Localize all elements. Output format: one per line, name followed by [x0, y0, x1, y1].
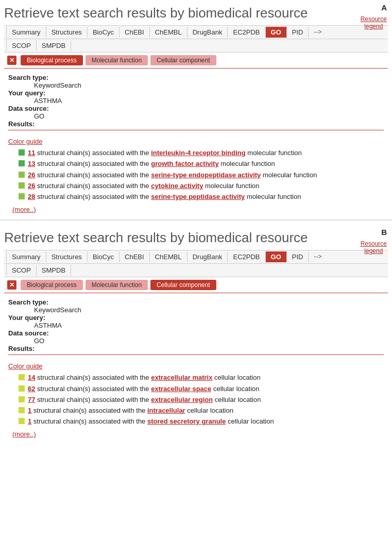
term-link-a-1[interactable]: growth factor activity [151, 160, 218, 167]
color-guide-title-b[interactable]: Color guide [8, 362, 384, 370]
divider-b [8, 355, 384, 355]
datasource-value-a: GO [8, 112, 384, 120]
color-box-a-4 [19, 193, 25, 199]
text-before-b-2: structural chain(s) associated with the [37, 396, 151, 403]
text-before-b-3: structural chain(s) associated with the [33, 407, 147, 414]
term-link-b-1[interactable]: extracellular space [151, 385, 211, 393]
sub-tab-cell-comp-b[interactable]: Cellular component [150, 280, 216, 290]
guide-text-a-1: 13 structural chain(s) associated with t… [28, 159, 384, 168]
count-link-a-0[interactable]: 11 [28, 149, 35, 157]
tab-summary-a[interactable]: Summary [6, 27, 46, 38]
tab-summary-b[interactable]: Summary [6, 251, 46, 262]
tab-biocyc-b[interactable]: BioCyc [88, 251, 120, 262]
tab-go-a[interactable]: GO [266, 27, 287, 38]
term-link-a-0[interactable]: interleukin-4 receptor binding [151, 149, 245, 157]
tab-chebi-b[interactable]: ChEBI [120, 251, 150, 262]
guide-item-a-3: 26 structural chain(s) associated with t… [8, 181, 384, 191]
sub-tab-mol-func-a[interactable]: Molecular function [86, 55, 148, 65]
guide-text-b-2: 77 structural chain(s) associated with t… [28, 395, 384, 404]
tab-pid-a[interactable]: PID [287, 27, 309, 38]
more-link-b[interactable]: (more..) [8, 430, 384, 438]
tab-biocyc-a[interactable]: BioCyc [88, 27, 120, 38]
search-type-label-a: Search type: [8, 74, 48, 81]
tab-smpdb-b[interactable]: SMPDB [37, 265, 71, 276]
close-btn-b[interactable]: ✕ [7, 280, 16, 290]
tab-drugbank-b[interactable]: DrugBank [188, 251, 228, 262]
guide-item-b-0: 14 structural chain(s) associated with t… [8, 373, 384, 382]
count-link-b-4[interactable]: 1 [28, 417, 31, 425]
search-info-b: Search type: KeywordSearch Your query: A… [4, 293, 388, 359]
guide-item-a-1: 13 structural chain(s) associated with t… [8, 159, 384, 168]
tab-scop-b[interactable]: SCOP [6, 265, 37, 276]
text-before-b-0: structural chain(s) associated with the [37, 374, 151, 381]
tab-drugbank-a[interactable]: DrugBank [188, 27, 228, 38]
sub-tab-row-a: ✕ Biological process Molecular function … [4, 53, 388, 69]
text-after-a-2: molecular function [263, 171, 317, 179]
tab-chebi-a[interactable]: ChEBI [120, 27, 150, 38]
query-value-a: ASTHMA [8, 97, 384, 105]
term-link-a-2[interactable]: serine-type endopeptidase activity [151, 171, 261, 179]
count-link-b-3[interactable]: 1 [28, 407, 31, 414]
sub-tab-bio-process-a[interactable]: Biological process [21, 55, 83, 65]
term-link-b-0[interactable]: extracellular matrix [151, 374, 212, 381]
sub-tab-bio-process-b[interactable]: Biological process [21, 280, 83, 290]
tab-smpdb-a[interactable]: SMPDB [37, 40, 71, 51]
tab-pid-b[interactable]: PID [287, 251, 309, 262]
tab-ec2pdb-a[interactable]: EC2PDB [228, 27, 265, 38]
term-link-b-4[interactable]: stored secretory granule [147, 417, 226, 425]
search-info-a: Search type: KeywordSearch Your query: A… [4, 69, 388, 134]
tab-go-b[interactable]: GO [266, 251, 287, 262]
text-before-a-4: structural chain(s) associated with the [37, 193, 151, 200]
tab-scop-a[interactable]: SCOP [6, 40, 37, 51]
sub-tab-mol-func-b[interactable]: Molecular function [86, 280, 148, 290]
tab-structures-a[interactable]: Structures [46, 27, 88, 38]
tab-bar-a-row1: Summary Structures BioCyc ChEBI ChEMBL D… [4, 25, 388, 39]
color-box-a-3 [19, 182, 25, 189]
count-link-a-2[interactable]: 26 [28, 171, 35, 179]
count-link-a-1[interactable]: 13 [28, 160, 35, 167]
count-link-a-3[interactable]: 26 [28, 182, 35, 190]
color-guide-b: Color guide 14 structural chain(s) assoc… [4, 359, 388, 440]
tab-chembl-a[interactable]: ChEMBL [150, 27, 188, 38]
guide-item-a-2: 26 structural chain(s) associated with t… [8, 171, 384, 180]
tab-chembl-b[interactable]: ChEMBL [150, 251, 188, 262]
color-guide-title-a[interactable]: Color guide [8, 138, 384, 145]
text-before-a-3: structural chain(s) associated with the [37, 182, 151, 190]
guide-item-a-4: 28 structural chain(s) associated with t… [8, 192, 384, 201]
term-link-a-4[interactable]: serine-type peptidase activity [151, 193, 245, 200]
guide-text-a-2: 26 structural chain(s) associated with t… [28, 171, 384, 180]
query-label-a: Your query: [8, 89, 45, 97]
query-value-b: ASTHMA [8, 322, 384, 329]
term-link-b-3[interactable]: intracellular [147, 407, 185, 414]
text-before-a-2: structural chain(s) associated with the [37, 171, 151, 179]
tab-ec2pdb-b[interactable]: EC2PDB [228, 251, 265, 262]
text-after-b-4: cellular location [228, 417, 274, 425]
guide-text-a-3: 26 structural chain(s) associated with t… [28, 181, 384, 191]
tab-arrow-a[interactable]: --> [309, 27, 327, 38]
search-type-value-b: KeywordSearch [8, 306, 384, 314]
datasource-value-b: GO [8, 337, 384, 345]
sub-tab-row-b: ✕ Biological process Molecular function … [4, 277, 388, 293]
guide-item-b-2: 77 structural chain(s) associated with t… [8, 395, 384, 404]
count-link-b-1[interactable]: 62 [28, 385, 35, 393]
tab-structures-b[interactable]: Structures [46, 251, 88, 262]
count-link-a-4[interactable]: 28 [28, 193, 35, 200]
page-title-b: Retrieve text search results by biomedic… [4, 230, 388, 246]
count-link-b-2[interactable]: 77 [28, 396, 35, 403]
count-link-b-0[interactable]: 14 [28, 374, 35, 381]
text-after-a-0: molecular function [247, 149, 302, 157]
term-link-b-2[interactable]: extracellular region [151, 396, 213, 403]
section-b: B Retrieve text search results by biomed… [0, 225, 392, 445]
text-after-a-3: molecular function [205, 182, 260, 190]
resource-legend-a[interactable]: Resourcelegend [361, 15, 387, 30]
guide-text-b-0: 14 structural chain(s) associated with t… [28, 373, 384, 382]
color-box-b-3 [19, 407, 25, 413]
term-link-a-3[interactable]: cytokine activity [151, 182, 203, 190]
close-btn-a[interactable]: ✕ [7, 56, 16, 65]
color-box-a-1 [19, 160, 25, 166]
section-a: A Retrieve text search results by biomed… [0, 0, 392, 215]
sub-tab-cell-comp-a[interactable]: Cellular component [150, 55, 216, 65]
resource-legend-b[interactable]: Resourcelegend [361, 240, 387, 255]
more-link-a[interactable]: (more..) [8, 206, 384, 213]
tab-arrow-b[interactable]: --> [309, 251, 327, 262]
